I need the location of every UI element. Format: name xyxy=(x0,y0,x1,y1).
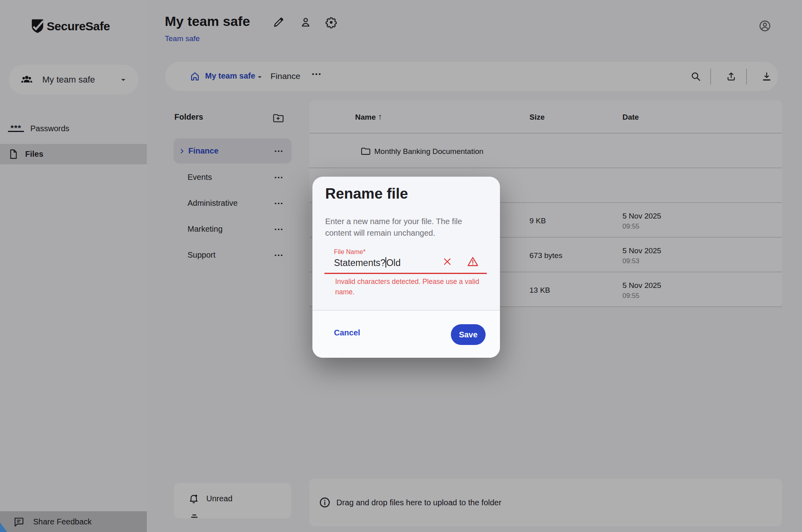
securesafe-app: SecureSafe My team safe *** Passwords Fi… xyxy=(0,0,802,532)
file-name-input[interactable]: Statements?Old xyxy=(334,257,401,268)
file-name-label: File Name* xyxy=(334,248,365,256)
input-text-before-cursor: Statements? xyxy=(334,258,385,268)
input-text-after-cursor: Old xyxy=(386,258,401,268)
dialog-footer: Cancel Save xyxy=(312,310,500,358)
file-name-field: File Name* Statements?Old xyxy=(324,248,487,274)
clear-input-x-icon[interactable] xyxy=(442,256,452,267)
validation-error-message: Invalid characters detected. Please use … xyxy=(335,276,481,297)
save-button[interactable]: Save xyxy=(451,324,486,345)
dialog-title: Rename file xyxy=(325,185,408,202)
rename-file-dialog: Rename file Enter a new name for your fi… xyxy=(312,177,500,358)
dialog-description: Enter a new name for your file. The file… xyxy=(325,216,486,239)
cancel-button[interactable]: Cancel xyxy=(334,328,360,337)
warning-triangle-icon xyxy=(467,256,479,268)
